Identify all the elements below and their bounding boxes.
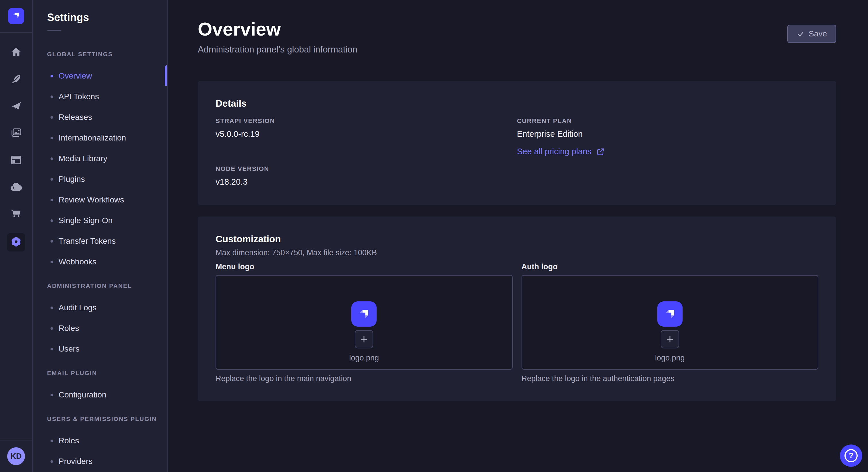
menu-logo-upload-box[interactable]: logo.png xyxy=(216,275,513,370)
avatar-initials: KD xyxy=(11,452,22,461)
details-card: Details STRAPI VERSION v5.0.0-rc.19 CURR… xyxy=(198,81,836,205)
settings-panel-title: Settings xyxy=(33,0,167,24)
subnav-item-admin-users[interactable]: Users xyxy=(33,339,167,359)
menu-logo-hint: Replace the logo in the main navigation xyxy=(216,374,513,383)
subnav-item-audit-logs[interactable]: Audit Logs xyxy=(33,297,167,318)
cloud-icon[interactable] xyxy=(9,180,23,194)
content-type-builder-layout-icon[interactable] xyxy=(9,153,23,167)
bullet-icon xyxy=(51,178,53,181)
subnav-item-media-library[interactable]: Media Library xyxy=(33,148,167,169)
details-card-title: Details xyxy=(216,98,818,109)
subnav-item-up-roles[interactable]: Roles xyxy=(33,430,167,451)
bullet-icon xyxy=(51,307,53,309)
section-header: ADMINISTRATION PANEL xyxy=(33,282,167,290)
save-button-label: Save xyxy=(809,29,827,38)
check-icon xyxy=(797,30,805,38)
auth-logo-hint: Replace the logo in the authentication p… xyxy=(522,374,818,383)
bullet-icon xyxy=(51,75,53,77)
plus-icon xyxy=(360,335,369,344)
settings-subnav: Settings GLOBAL SETTINGS Overview API To… xyxy=(33,0,167,472)
subnav-item-admin-roles[interactable]: Roles xyxy=(33,318,167,339)
bullet-icon xyxy=(51,199,53,201)
customization-constraints: Max dimension: 750×750, Max file size: 1… xyxy=(216,247,818,258)
auth-logo-field: Auth logo xyxy=(522,262,818,383)
main-nav-rail: KD xyxy=(0,0,33,472)
subnav-item-transfer-tokens[interactable]: Transfer Tokens xyxy=(33,231,167,251)
field-label: STRAPI VERSION xyxy=(216,117,517,125)
bullet-icon xyxy=(51,460,53,463)
main-content: Overview Administration panel’s global i… xyxy=(167,0,868,472)
active-item-indicator xyxy=(165,65,167,86)
subnav-item-api-tokens[interactable]: API Tokens xyxy=(33,86,167,107)
settings-nav-active-tile[interactable] xyxy=(7,233,25,251)
menu-logo-field: Menu logo xyxy=(216,262,513,383)
section-administration-panel: ADMINISTRATION PANEL Audit Logs Roles Us… xyxy=(33,282,167,359)
page-header: Overview Administration panel’s global i… xyxy=(198,18,836,56)
strapi-version-value: v5.0.0-rc.19 xyxy=(216,129,517,139)
media-library-icon[interactable] xyxy=(9,126,23,140)
subnav-item-up-providers[interactable]: Providers xyxy=(33,451,167,472)
auth-logo-filename: logo.png xyxy=(655,353,685,363)
bullet-icon xyxy=(51,96,53,98)
subnav-item-internationalization[interactable]: Internationalization xyxy=(33,128,167,148)
section-header: EMAIL PLUGIN xyxy=(33,369,167,377)
question-mark-icon: ? xyxy=(844,449,858,462)
settings-gear-icon xyxy=(9,235,23,249)
subnav-item-overview[interactable]: Overview xyxy=(33,66,167,86)
field-label: CURRENT PLAN xyxy=(517,117,818,125)
current-plan-field: CURRENT PLAN Enterprise Edition See all … xyxy=(517,117,818,156)
home-icon[interactable] xyxy=(9,45,23,59)
customization-card: Customization Max dimension: 750×750, Ma… xyxy=(198,216,836,401)
add-logo-button[interactable] xyxy=(355,330,373,348)
strapi-logo-icon xyxy=(10,10,22,22)
bullet-icon xyxy=(51,394,53,396)
add-logo-button[interactable] xyxy=(661,330,679,348)
bullet-icon xyxy=(51,327,53,330)
subnav-item-email-configuration[interactable]: Configuration xyxy=(33,384,167,405)
pricing-plans-link[interactable]: See all pricing plans xyxy=(517,147,605,156)
menu-logo-label: Menu logo xyxy=(216,262,513,272)
subnav-item-releases[interactable]: Releases xyxy=(33,107,167,128)
subnav-item-plugins[interactable]: Plugins xyxy=(33,169,167,190)
bullet-icon xyxy=(51,220,53,222)
section-header: GLOBAL SETTINGS xyxy=(33,50,167,58)
auth-logo-preview xyxy=(657,301,683,327)
releases-paper-plane-icon[interactable] xyxy=(9,99,23,113)
bullet-icon xyxy=(51,261,53,263)
menu-logo-filename: logo.png xyxy=(349,353,379,363)
section-header: USERS & PERMISSIONS PLUGIN xyxy=(33,415,167,423)
customization-card-title: Customization xyxy=(216,233,818,245)
plus-icon xyxy=(665,335,675,344)
page-subtitle: Administration panel’s global informatio… xyxy=(198,43,358,56)
auth-logo-upload-box[interactable]: logo.png xyxy=(522,275,818,370)
pricing-link-label: See all pricing plans xyxy=(517,147,592,156)
strapi-version-field: STRAPI VERSION v5.0.0-rc.19 xyxy=(216,117,517,156)
section-users-permissions-plugin: USERS & PERMISSIONS PLUGIN Roles Provide… xyxy=(33,415,167,472)
bullet-icon xyxy=(51,348,53,350)
content-manager-feather-icon[interactable] xyxy=(9,72,23,86)
subnav-item-single-sign-on[interactable]: Single Sign-On xyxy=(33,210,167,231)
section-email-plugin: EMAIL PLUGIN Configuration xyxy=(33,369,167,405)
bullet-icon xyxy=(51,158,53,160)
current-plan-value: Enterprise Edition xyxy=(517,129,818,139)
node-version-value: v18.20.3 xyxy=(216,176,517,187)
auth-logo-label: Auth logo xyxy=(522,262,818,272)
subnav-item-review-workflows[interactable]: Review Workflows xyxy=(33,190,167,210)
marketplace-cart-icon[interactable] xyxy=(9,207,23,221)
bullet-icon xyxy=(51,440,53,442)
external-link-icon xyxy=(596,147,605,156)
section-global-settings: GLOBAL SETTINGS Overview API Tokens Rele… xyxy=(33,50,167,272)
bullet-icon xyxy=(51,240,53,243)
menu-logo-preview xyxy=(351,301,377,327)
bullet-icon xyxy=(51,137,53,139)
field-label: NODE VERSION xyxy=(216,165,517,173)
rail-icons xyxy=(9,33,23,221)
bullet-icon xyxy=(51,116,53,119)
node-version-field: NODE VERSION v18.20.3 xyxy=(216,165,517,187)
save-button[interactable]: Save xyxy=(787,25,836,43)
help-button[interactable]: ? xyxy=(840,444,862,467)
subnav-item-webhooks[interactable]: Webhooks xyxy=(33,251,167,272)
user-area: KD xyxy=(0,440,32,472)
user-avatar[interactable]: KD xyxy=(7,447,25,465)
strapi-app-logo[interactable] xyxy=(8,8,24,24)
